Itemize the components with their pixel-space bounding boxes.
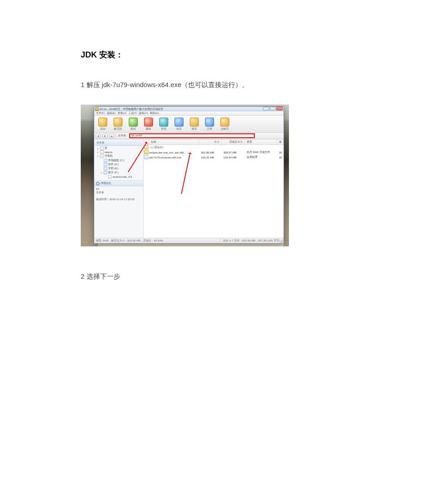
drive-icon <box>104 159 107 162</box>
file-row-jdk[interactable]: jdk-7u79-windows-x64.exe 140.05 MB 139.5… <box>144 155 284 160</box>
computer-icon <box>100 154 104 158</box>
folder-icon <box>100 147 104 150</box>
folders-label: 文件夹 <box>118 134 126 138</box>
folder-icon <box>100 150 104 154</box>
col-size[interactable]: 大小 <box>199 140 222 145</box>
up-dir-row[interactable]: ..(上层目录) <box>144 145 284 150</box>
address-highlight: 64.rar\64 <box>129 133 255 138</box>
doc-step-2: 2 选择下一步 <box>81 272 343 281</box>
details-name: 64 <box>96 188 141 190</box>
tree-item-tarena[interactable]: ▸tarena <box>96 150 142 154</box>
desktop-bg-right <box>284 105 289 246</box>
nav-fwd[interactable]: ► <box>102 134 108 138</box>
extract-icon <box>114 118 122 127</box>
menubar: 文件(F) 编辑(E) 查看(V) 工具(T) 选项(O) 帮助(H) <box>94 111 284 116</box>
tree-item-libraries[interactable]: ▸库 <box>96 146 142 150</box>
titlebar[interactable]: 64.rar - 2345好压 - 中国电脑用户最大使用的压缩软件 <box>94 107 284 111</box>
tb-add[interactable]: 添加 <box>95 118 110 131</box>
col-name[interactable]: 名称 <box>149 140 199 145</box>
nav-up[interactable]: ▲ <box>109 134 114 138</box>
window-body: 文件夹 ▸库 ▸tarena ▾计算机 本地磁盘 (C:) 软件 (D:) 文档… <box>94 139 284 238</box>
details-header: 详细信息 <box>94 181 143 186</box>
screenshot: 64.rar - 2345好压 - 中国电脑用户最大使用的压缩软件 文件(F) … <box>81 105 289 246</box>
resize-grip[interactable] <box>279 239 283 243</box>
doc-heading: JDK 安装： <box>81 49 343 60</box>
col-type[interactable]: 类型 <box>245 140 277 145</box>
menu-options[interactable]: 选项(O) <box>139 111 148 115</box>
minimize-button[interactable] <box>263 107 269 110</box>
details-type: 文件夹 <box>96 191 141 195</box>
tree-item-computer[interactable]: ▾计算机 <box>96 154 142 158</box>
left-pane: 文件夹 ▸库 ▸tarena ▾计算机 本地磁盘 (C:) 软件 (D:) 文档… <box>94 140 144 238</box>
comment-icon <box>205 118 214 127</box>
col-csize[interactable]: 压缩后大小 <box>222 140 245 145</box>
toolbar: 添加 解压到 测试 删除 查找 信息 修复 注释 自解压 <box>94 116 284 133</box>
address-text: 64.rar\64 <box>131 134 142 138</box>
tb-find[interactable]: 查找 <box>156 118 171 131</box>
file-row-eclipse[interactable]: eclipse-jee-mat_svn_adt-x86... 362.86 MB… <box>144 150 284 155</box>
folder-icon <box>108 175 112 179</box>
drive-icon <box>104 163 107 167</box>
repair-icon <box>190 118 199 127</box>
address-bar[interactable]: 64.rar\64 <box>130 134 254 137</box>
menu-edit[interactable]: 编辑(E) <box>107 111 116 115</box>
nav-sep <box>116 134 116 138</box>
info-icon <box>175 118 184 127</box>
tb-delete[interactable]: 删除 <box>141 118 156 131</box>
file-pane: * 名称 大小 压缩后大小 类型 修 ..(上层目录) <box>144 140 284 238</box>
tree-header: 文件夹 <box>95 140 142 146</box>
menu-tools[interactable]: 工具(T) <box>128 111 137 115</box>
menu-file[interactable]: 文件(F) <box>96 111 105 115</box>
exe-file-icon <box>144 155 149 159</box>
tb-test[interactable]: 测试 <box>126 118 141 131</box>
details-modified: 修改时间：2015-11-14 17:20:32 <box>96 197 141 202</box>
delete-icon <box>144 118 153 127</box>
menu-view[interactable]: 查看(V) <box>118 111 127 115</box>
details-pane: 详细信息 64 文件夹 修改时间：2015-11-14 17:20:32 <box>94 181 143 238</box>
add-icon <box>98 118 107 127</box>
col-date[interactable]: 修 <box>277 140 284 145</box>
tb-repair[interactable]: 修复 <box>187 118 202 131</box>
archive-window: 64.rar - 2345好压 - 中国电脑用户最大使用的压缩软件 文件(F) … <box>94 106 284 244</box>
app-icon <box>95 107 99 111</box>
status-bar: 类型: RAR，解压后大小：502.92 MB，压缩比：99.24% 总计 2 … <box>94 238 284 243</box>
tb-comment[interactable]: 注释 <box>202 118 217 131</box>
status-right: 总计 2 个文件（502.92 MB，527,351,691 字节） <box>220 239 282 243</box>
nav-row: ◄ ► ▲ 文件夹 64.rar\64 <box>94 133 284 139</box>
tb-info[interactable]: 信息 <box>171 118 187 131</box>
nav-back[interactable]: ◄ <box>96 134 101 138</box>
menu-help[interactable]: 帮助(H) <box>150 111 159 115</box>
drive-icon <box>104 171 107 175</box>
find-icon <box>159 118 168 127</box>
tb-extract[interactable]: 解压到 <box>110 118 126 131</box>
close-button[interactable] <box>276 107 283 110</box>
maximize-button[interactable] <box>270 107 276 110</box>
tb-sfx[interactable]: 自解压 <box>217 118 232 131</box>
drive-icon <box>104 167 107 171</box>
column-headers: * 名称 大小 压缩后大小 类型 修 <box>144 140 284 145</box>
tree-item-drive-f[interactable]: ▾娱乐 (F:) <box>100 171 142 175</box>
window-title: 64.rar - 2345好压 - 中国电脑用户最大使用的压缩软件 <box>100 108 163 110</box>
file-list[interactable]: ..(上层目录) eclipse-jee-mat_svn_adt-x86... … <box>144 145 284 238</box>
window-controls <box>262 107 283 110</box>
doc-step-1: 1 解压 jdk-7u79-windows-x64.exe（也可以直接运行）。 <box>81 81 343 89</box>
tree-item-drive-d[interactable]: 软件 (D:) <box>100 162 142 167</box>
tree-item-drive-e[interactable]: 文档 (E:) <box>100 167 142 171</box>
sfx-icon <box>220 118 229 127</box>
rar-file-icon <box>144 150 149 154</box>
tree-item-android-sdk[interactable]: android-sdk_4.5 <box>104 175 142 179</box>
status-left: 类型: RAR，解压后大小：502.92 MB，压缩比：99.24% <box>96 239 163 243</box>
test-icon <box>129 118 138 127</box>
